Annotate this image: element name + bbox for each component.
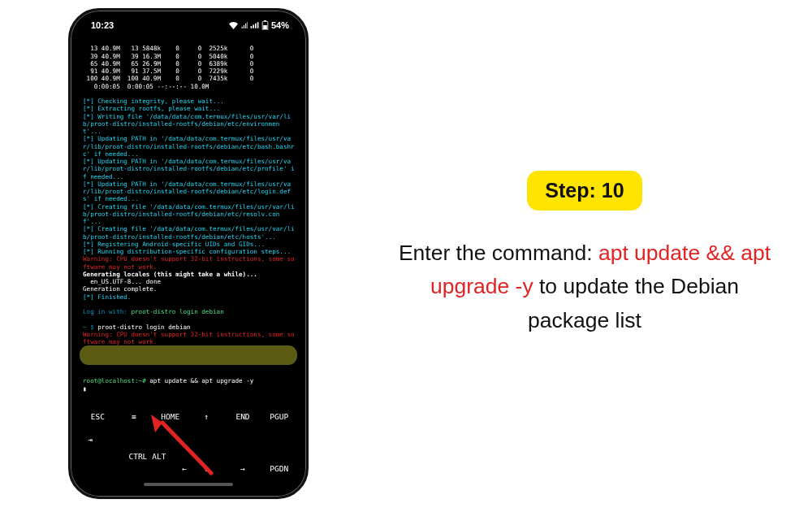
- cpu-warning: Warning: CPU doesn't support 32-bit inst…: [83, 255, 295, 270]
- key-pgdn[interactable]: PGDN: [261, 464, 297, 473]
- key-esc[interactable]: ESC: [80, 406, 116, 426]
- prompt-cmd: proot-distro login debian: [97, 323, 190, 331]
- cursor: ▮: [83, 385, 87, 393]
- battery-text: 54%: [271, 20, 289, 30]
- desc-pre: Enter the command:: [399, 241, 598, 265]
- desc-post: to update the Debian package list: [528, 274, 739, 332]
- phone-frame: 10:23 54% 13 40.9M 13 5848k 0 0 2525k 0 …: [68, 8, 309, 499]
- status-icons: 54%: [228, 20, 289, 30]
- key-pgup[interactable]: PGUP: [261, 406, 297, 426]
- reception-icon: [241, 21, 248, 29]
- wifi-icon: [228, 21, 239, 29]
- key-right[interactable]: →: [225, 464, 261, 473]
- svg-marker-4: [151, 415, 162, 432]
- stage: 10:23 54% 13 40.9M 13 5848k 0 0 2525k 0 …: [0, 0, 812, 508]
- prompt-user: ~ $: [83, 323, 97, 331]
- root-prompt: root@localhost:~#: [83, 377, 149, 384]
- progress-row: 91 40.9M 91 37.5M 0 0 7229k 0: [83, 67, 253, 75]
- svg-line-3: [162, 423, 211, 473]
- login-hint: Log in with:: [83, 308, 131, 315]
- root-command[interactable]: apt update && apt upgrade -y: [149, 377, 253, 384]
- key-end[interactable]: END: [225, 406, 261, 426]
- signal-icon: [250, 21, 259, 29]
- instruction-text: Enter the command: apt update && apt upg…: [394, 237, 775, 336]
- battery-icon: [261, 20, 269, 30]
- progress-row: 100 40.9M 100 40.9M 0 0 7435k 0: [83, 75, 253, 82]
- terminal[interactable]: 13 40.9M 13 5848k 0 0 2525k 0 39 40.9M 3…: [75, 34, 302, 423]
- key-tab[interactable]: ⇥: [80, 429, 116, 449]
- phone-screen: 10:23 54% 13 40.9M 13 5848k 0 0 2525k 0 …: [75, 15, 302, 493]
- annotation-arrow-icon: [145, 413, 218, 478]
- step-badge: Step: 10: [527, 171, 641, 211]
- progress-row: 65 40.9M 65 26.9M 0 0 6389k 0: [83, 60, 253, 67]
- instruction-panel: Step: 10 Enter the command: apt update &…: [382, 0, 788, 508]
- cpu-warning-2: Warning: CPU doesn't support 32-bit inst…: [83, 331, 295, 345]
- gen-locales: Generating locales (this might take a wh…: [83, 271, 257, 278]
- finished-line: [*] Finished.: [83, 293, 131, 301]
- status-bar: 10:23 54%: [75, 15, 302, 34]
- gen-locale-line: en_US.UTF-8... done: [83, 278, 161, 285]
- highlighted-command-row: root@localhost:~# apt update && apt upgr…: [83, 347, 296, 407]
- progress-row: 13 40.9M 13 5848k 0 0 2525k 0: [83, 45, 253, 52]
- progress-row: 0:00:05 0:00:05 --:--:-- 10.0M: [83, 83, 209, 90]
- install-log: [*] Checking integrity, please wait... […: [83, 98, 295, 255]
- status-time: 10:23: [91, 20, 114, 30]
- key-ctrl[interactable]: CTRL: [80, 452, 152, 461]
- gen-complete: Generation complete.: [83, 285, 157, 293]
- highlight-bg: [80, 345, 297, 365]
- progress-row: 39 40.9M 39 16.3M 0 0 5040k 0: [83, 53, 253, 60]
- svg-rect-2: [263, 25, 267, 29]
- login-hint-cmd: proot-distro login debian: [131, 308, 223, 315]
- home-indicator[interactable]: [144, 483, 233, 486]
